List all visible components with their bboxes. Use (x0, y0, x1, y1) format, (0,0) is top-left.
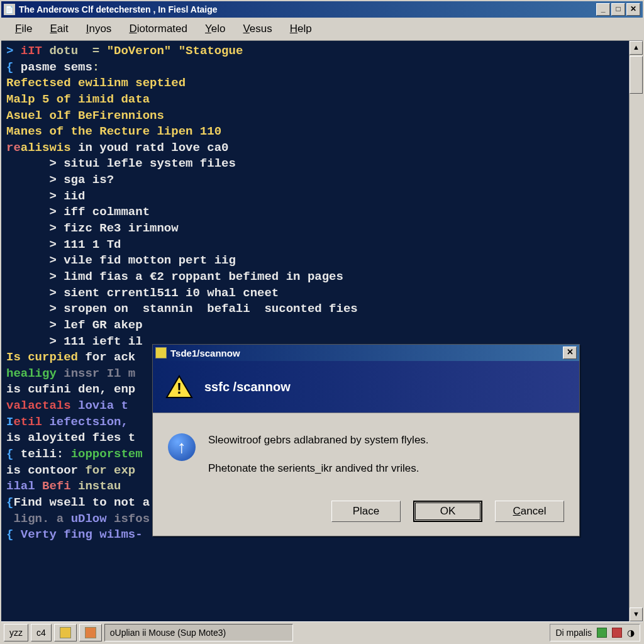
dialog-close-button[interactable]: ✕ (563, 347, 577, 359)
active-task[interactable]: oUplian ii Mouse (Sup Mote3) (104, 624, 293, 641)
minimize-button[interactable]: _ (596, 3, 610, 16)
taskbar: yzz c4 oUplian ii Mouse (Sup Mote3) Di m… (1, 621, 643, 643)
dialog-header: ! ssfc /scannow (153, 361, 579, 413)
system-tray: Di mpalis ◑ (550, 624, 640, 641)
maximize-button[interactable]: □ (611, 3, 625, 16)
cancel-button[interactable]: Cancel (495, 501, 564, 522)
svg-text:!: ! (177, 380, 182, 397)
menu-inyos[interactable]: Inyos (77, 20, 121, 38)
app-icon: 📄 (4, 4, 15, 15)
tray-text: Di mpalis (555, 628, 592, 638)
task-item-1[interactable]: yzz (4, 624, 28, 641)
dialog: Tsde1/scannow ✕ ! ssfc /scannow ↑ Sleowi… (152, 344, 580, 536)
menubar: File Eait Inyos Diotormated Yelo Vesus H… (1, 18, 643, 41)
menu-file[interactable]: File (6, 20, 41, 38)
menu-diotormated[interactable]: Diotormated (120, 20, 196, 38)
task-item-3[interactable] (54, 624, 77, 641)
dialog-titlebar: Tsde1/scannow ✕ (153, 345, 579, 361)
tray-icon-3[interactable]: ◑ (627, 628, 635, 638)
info-icon: ↑ (168, 433, 196, 461)
app-icon (85, 627, 96, 638)
window-title: The Anderows Clf detechersten , In Fiesl… (19, 4, 596, 14)
menu-yelo[interactable]: Yelo (196, 20, 234, 38)
menu-edit[interactable]: Eait (41, 20, 77, 38)
task-item-4[interactable] (79, 624, 102, 641)
scroll-down-icon[interactable]: ▼ (630, 608, 643, 621)
menu-help[interactable]: Help (281, 20, 321, 38)
scroll-up-icon[interactable]: ▲ (630, 41, 643, 55)
folder-icon (60, 627, 71, 638)
dialog-header-text: ssfc /scannow (204, 380, 291, 394)
dialog-message-1: Sleowitroof gebrs adlabraned by system f… (208, 431, 429, 450)
close-button[interactable]: ✕ (626, 3, 640, 16)
dialog-title: Tsde1/scannow (170, 348, 563, 358)
task-item-2[interactable]: c4 (31, 624, 52, 641)
place-button[interactable]: Place (331, 501, 401, 522)
ok-button[interactable]: OK (413, 501, 482, 522)
scrollbar[interactable]: ▲ ▼ (629, 41, 643, 621)
menu-vesus[interactable]: Vesus (234, 20, 280, 38)
scroll-thumb[interactable] (630, 56, 643, 94)
warning-icon: ! (165, 375, 193, 399)
titlebar: 📄 The Anderows Clf detechersten , In Fie… (1, 1, 643, 18)
dialog-message-2: Phetonate the serients_ikr andived thr v… (208, 459, 429, 479)
dialog-body: ↑ Sleowitroof gebrs adlabraned by system… (153, 413, 579, 491)
dialog-icon (155, 347, 167, 358)
scroll-track[interactable] (630, 94, 643, 608)
tray-icon-1[interactable] (597, 628, 607, 638)
tray-icon-2[interactable] (612, 628, 622, 638)
